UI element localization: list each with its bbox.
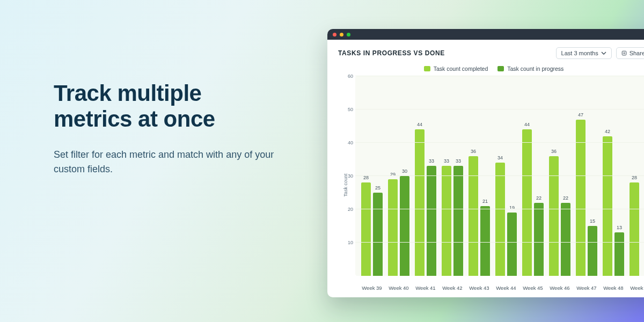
bar-completed[interactable]: 36 — [549, 156, 559, 276]
bar-value-label: 42 — [605, 129, 610, 134]
bar-group: 2825 — [358, 76, 385, 276]
bar-value-label: 34 — [497, 155, 503, 160]
bar-in-progress[interactable]: 22 — [561, 203, 570, 276]
chart-legend: Task count completed Task count in progr… — [327, 61, 644, 73]
window-minimize-icon[interactable] — [340, 33, 343, 36]
bar-value-label: 44 — [417, 122, 422, 127]
x-tick: Week 40 — [385, 285, 412, 291]
chart-title: TASKS IN PROGRESS VS DONE — [338, 49, 445, 57]
chart-plot-area: 2825293044333333362134194422362247154213… — [355, 76, 644, 276]
bar-group: 28 — [627, 76, 644, 276]
bar-value-label: 33 — [429, 158, 434, 164]
share-button[interactable]: Share — [616, 47, 644, 59]
bar-in-progress[interactable]: 33 — [427, 166, 436, 276]
bar-group: 4213 — [600, 76, 627, 276]
bar-value-label: 36 — [471, 149, 476, 154]
bar-in-progress[interactable]: 13 — [614, 232, 624, 276]
bar-value-label: 47 — [578, 112, 583, 118]
share-icon — [621, 50, 627, 56]
bar-completed[interactable]: 44 — [522, 129, 532, 276]
subtext: Set filter for each metric and match wit… — [54, 148, 284, 177]
bar-in-progress[interactable]: 33 — [453, 166, 463, 276]
bar-in-progress[interactable]: 19 — [507, 213, 517, 276]
bar-completed[interactable]: 36 — [469, 156, 478, 276]
gridline — [355, 175, 644, 176]
bar-completed[interactable]: 47 — [576, 120, 586, 276]
bar-value-label: 33 — [444, 158, 449, 164]
date-range-dropdown[interactable]: Last 3 months — [556, 47, 612, 59]
bar-value-label: 33 — [456, 158, 461, 164]
x-tick: Week 46 — [546, 285, 573, 291]
x-tick: Week 41 — [412, 285, 439, 291]
bar-completed[interactable]: 44 — [415, 129, 425, 276]
bar-value-label: 13 — [617, 225, 622, 230]
bar-in-progress[interactable]: 21 — [480, 206, 490, 276]
y-tick: 10 — [343, 240, 353, 245]
bar-value-label: 19 — [509, 205, 515, 210]
chart-window: TASKS IN PROGRESS VS DONE Last 3 months … — [327, 29, 644, 297]
x-tick: Week 39 — [358, 285, 385, 291]
bar-group: 2930 — [385, 76, 412, 276]
x-tick: Week 49 — [627, 285, 644, 291]
y-tick: 20 — [343, 207, 353, 212]
bar-value-label: 25 — [375, 185, 380, 191]
gridline — [355, 109, 644, 109]
bar-completed[interactable]: 42 — [603, 136, 612, 276]
x-tick: Week 44 — [493, 285, 519, 291]
bar-group: 4422 — [519, 76, 546, 276]
bar-groups: 2825293044333333362134194422362247154213… — [355, 76, 644, 276]
window-close-icon[interactable] — [333, 33, 336, 36]
bar-completed[interactable]: 28 — [361, 182, 371, 276]
x-axis: Week 39Week 40Week 41Week 42Week 43Week … — [355, 285, 644, 291]
bar-in-progress[interactable]: 25 — [373, 193, 383, 276]
bar-value-label: 22 — [536, 195, 541, 201]
y-tick: 60 — [343, 74, 353, 79]
gridline — [355, 142, 644, 143]
legend-item-completed: Task count completed — [424, 65, 488, 72]
legend-swatch-completed — [424, 66, 430, 71]
bar-value-label: 15 — [590, 218, 595, 224]
gridline — [355, 242, 644, 243]
x-tick: Week 43 — [466, 285, 493, 291]
legend-swatch-in-progress — [497, 66, 504, 71]
bar-in-progress[interactable]: 22 — [534, 203, 544, 276]
bar-value-label: 29 — [390, 172, 396, 177]
chevron-down-icon — [601, 50, 606, 56]
bar-completed[interactable]: 34 — [495, 163, 505, 276]
bar-value-label: 36 — [551, 149, 557, 154]
gridline — [355, 209, 644, 209]
legend-label-completed: Task count completed — [434, 65, 488, 72]
gridline — [355, 76, 644, 76]
y-tick: 30 — [343, 173, 353, 179]
legend-label-in-progress: Task count in progress — [507, 65, 564, 72]
bar-group: 3419 — [493, 76, 519, 276]
bar-group: 3333 — [439, 76, 466, 276]
bar-value-label: 22 — [563, 195, 568, 201]
bar-group: 3621 — [466, 76, 493, 276]
bar-value-label: 21 — [482, 199, 488, 204]
bar-completed[interactable]: 29 — [388, 179, 398, 276]
x-tick: Week 47 — [573, 285, 600, 291]
bar-in-progress[interactable]: 30 — [400, 176, 409, 276]
bar-in-progress[interactable]: 15 — [588, 226, 597, 276]
legend-item-in-progress: Task count in progress — [497, 65, 564, 72]
y-tick: 50 — [343, 107, 353, 112]
window-zoom-icon[interactable] — [347, 33, 350, 36]
x-tick: Week 48 — [600, 285, 627, 291]
bar-group: 3622 — [546, 76, 573, 276]
bar-completed[interactable]: 33 — [442, 166, 451, 276]
bar-completed[interactable]: 28 — [630, 182, 639, 276]
bar-value-label: 44 — [524, 122, 530, 127]
window-titlebar — [327, 29, 644, 40]
bar-group: 4715 — [573, 76, 600, 276]
bar-group: 4433 — [412, 76, 439, 276]
bar-value-label: 30 — [402, 169, 407, 174]
x-tick: Week 42 — [439, 285, 466, 291]
date-range-label: Last 3 months — [561, 50, 598, 56]
headline: Track multiple metrics at once — [54, 80, 284, 133]
x-tick: Week 45 — [519, 285, 546, 291]
y-tick: 40 — [343, 140, 353, 145]
share-label: Share — [630, 50, 644, 56]
